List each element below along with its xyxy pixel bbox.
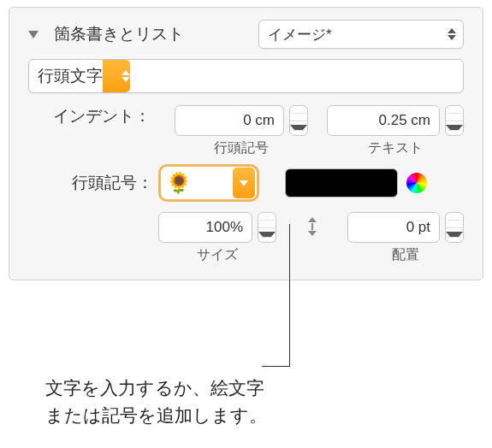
bullet-label: 行頭記号：	[28, 172, 158, 194]
bullet-indent-stepper[interactable]	[289, 105, 308, 136]
stepper-up-icon[interactable]	[290, 106, 307, 121]
bullet-character-picker[interactable]: 🌻	[158, 164, 259, 202]
bullet-dropdown-button[interactable]	[233, 168, 255, 198]
align-stepper[interactable]	[445, 212, 464, 243]
popup-arrows-icon	[122, 70, 130, 82]
list-style-value: イメージ*	[268, 25, 332, 44]
callout-leader-line	[262, 366, 290, 367]
text-indent-sublabel: テキスト	[368, 139, 423, 157]
popup-cap	[103, 60, 130, 92]
text-indent-stepper[interactable]	[445, 105, 464, 136]
chevron-down-icon	[240, 180, 248, 186]
bullet-color-well[interactable]	[285, 168, 398, 197]
section-title: 箇条書きとリスト	[54, 23, 184, 45]
bullet-indent-field[interactable]: 0 cm	[175, 105, 284, 136]
size-stepper[interactable]	[258, 212, 276, 243]
bullet-type-value: 行頭文字	[38, 65, 103, 87]
stepper-down-icon[interactable]	[290, 121, 307, 136]
align-link-icon[interactable]	[305, 217, 318, 236]
callout-text: 文字を入力するか、絵文字 または記号を追加します。	[45, 374, 267, 428]
size-field[interactable]: 100%	[158, 212, 252, 243]
stepper-up-icon[interactable]	[446, 213, 463, 228]
callout-leader-line	[289, 224, 290, 366]
bullet-type-popup[interactable]: 行頭文字	[28, 59, 464, 93]
disclosure-triangle[interactable]	[28, 31, 39, 38]
stepper-up-icon[interactable]	[446, 106, 463, 121]
bullet-indent-sublabel: 行頭記号	[214, 139, 269, 157]
align-field[interactable]: 0 pt	[347, 212, 440, 243]
text-indent-field[interactable]: 0.25 cm	[327, 105, 440, 136]
size-sublabel: サイズ	[197, 246, 238, 264]
bullet-emoji: 🌻	[166, 171, 192, 195]
stepper-down-icon[interactable]	[446, 228, 463, 243]
stepper-up-icon[interactable]	[258, 213, 276, 228]
align-sublabel: 配置	[392, 246, 419, 264]
color-wheel-icon[interactable]	[406, 173, 427, 193]
stepper-down-icon[interactable]	[446, 121, 463, 136]
list-style-popup[interactable]: イメージ*	[258, 20, 464, 49]
indent-label: インデント：	[28, 105, 156, 127]
stepper-down-icon[interactable]	[258, 228, 276, 243]
popup-arrows-icon	[448, 28, 456, 40]
bullets-lists-panel: 箇条書きとリスト イメージ* 行頭文字 インデント： 0 cm	[9, 7, 483, 280]
